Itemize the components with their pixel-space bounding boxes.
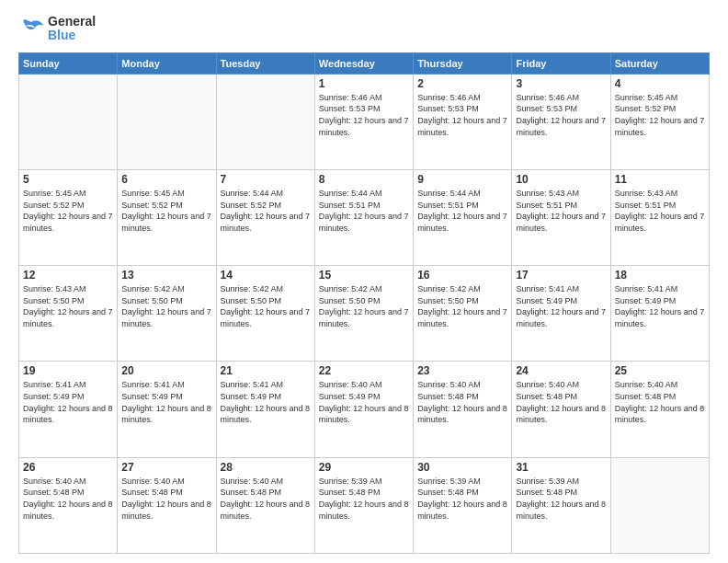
- calendar-cell: 24Sunrise: 5:40 AMSunset: 5:48 PMDayligh…: [512, 362, 610, 457]
- calendar-cell: 9Sunrise: 5:44 AMSunset: 5:51 PMDaylight…: [414, 170, 512, 266]
- cell-info: Sunrise: 5:40 AMSunset: 5:48 PMDaylight:…: [221, 476, 311, 522]
- calendar-cell: 20Sunrise: 5:41 AMSunset: 5:49 PMDayligh…: [118, 362, 216, 457]
- cell-info: Sunrise: 5:43 AMSunset: 5:51 PMDaylight:…: [615, 188, 705, 234]
- weekday-header-row: Sunday Monday Tuesday Wednesday Thursday…: [19, 52, 710, 74]
- cell-info: Sunrise: 5:40 AMSunset: 5:48 PMDaylight:…: [516, 379, 606, 425]
- cell-info: Sunrise: 5:45 AMSunset: 5:52 PMDaylight:…: [121, 188, 211, 234]
- calendar-cell: 25Sunrise: 5:40 AMSunset: 5:48 PMDayligh…: [610, 362, 709, 457]
- calendar-cell: 27Sunrise: 5:40 AMSunset: 5:48 PMDayligh…: [118, 457, 216, 553]
- calendar-week-3: 12Sunrise: 5:43 AMSunset: 5:50 PMDayligh…: [19, 266, 710, 362]
- calendar-cell: 19Sunrise: 5:41 AMSunset: 5:49 PMDayligh…: [19, 362, 118, 457]
- calendar-cell: 6Sunrise: 5:45 AMSunset: 5:52 PMDaylight…: [118, 170, 216, 266]
- day-number: 12: [23, 269, 113, 282]
- header-monday: Monday: [118, 52, 216, 74]
- calendar-cell: 14Sunrise: 5:42 AMSunset: 5:50 PMDayligh…: [216, 266, 314, 362]
- calendar-cell: 18Sunrise: 5:41 AMSunset: 5:49 PMDayligh…: [610, 266, 709, 362]
- day-number: 11: [615, 173, 705, 186]
- cell-info: Sunrise: 5:40 AMSunset: 5:48 PMDaylight:…: [121, 476, 211, 522]
- calendar-cell: 13Sunrise: 5:42 AMSunset: 5:50 PMDayligh…: [118, 266, 216, 362]
- page: General Blue Sunday Monday Tuesday Wedne…: [0, 0, 728, 563]
- day-number: 29: [319, 461, 409, 474]
- calendar-cell: [118, 74, 216, 169]
- calendar-cell: 15Sunrise: 5:42 AMSunset: 5:50 PMDayligh…: [314, 266, 413, 362]
- header-thursday: Thursday: [414, 52, 512, 74]
- cell-info: Sunrise: 5:45 AMSunset: 5:52 PMDaylight:…: [615, 92, 705, 138]
- calendar-week-1: 1Sunrise: 5:46 AMSunset: 5:53 PMDaylight…: [19, 74, 710, 169]
- calendar-cell: 30Sunrise: 5:39 AMSunset: 5:48 PMDayligh…: [414, 457, 512, 553]
- calendar-cell: 10Sunrise: 5:43 AMSunset: 5:51 PMDayligh…: [512, 170, 610, 266]
- cell-info: Sunrise: 5:46 AMSunset: 5:53 PMDaylight:…: [516, 92, 606, 138]
- day-number: 21: [221, 364, 311, 377]
- cell-info: Sunrise: 5:40 AMSunset: 5:49 PMDaylight:…: [319, 379, 409, 425]
- calendar-week-2: 5Sunrise: 5:45 AMSunset: 5:52 PMDaylight…: [19, 170, 710, 266]
- calendar-week-4: 19Sunrise: 5:41 AMSunset: 5:49 PMDayligh…: [19, 362, 710, 457]
- day-number: 8: [319, 173, 409, 186]
- day-number: 13: [121, 269, 211, 282]
- cell-info: Sunrise: 5:40 AMSunset: 5:48 PMDaylight:…: [417, 379, 507, 425]
- day-number: 3: [516, 77, 606, 90]
- cell-info: Sunrise: 5:44 AMSunset: 5:52 PMDaylight:…: [221, 188, 311, 234]
- day-number: 17: [516, 269, 606, 282]
- header-wednesday: Wednesday: [314, 52, 413, 74]
- day-number: 30: [417, 461, 507, 474]
- cell-info: Sunrise: 5:45 AMSunset: 5:52 PMDaylight:…: [23, 188, 113, 234]
- calendar-cell: 31Sunrise: 5:39 AMSunset: 5:48 PMDayligh…: [512, 457, 610, 553]
- header: General Blue: [18, 15, 710, 43]
- day-number: 6: [121, 173, 211, 186]
- header-tuesday: Tuesday: [216, 52, 314, 74]
- calendar-cell: 8Sunrise: 5:44 AMSunset: 5:51 PMDaylight…: [314, 170, 413, 266]
- day-number: 26: [23, 461, 113, 474]
- day-number: 22: [319, 364, 409, 377]
- calendar-cell: 26Sunrise: 5:40 AMSunset: 5:48 PMDayligh…: [19, 457, 118, 553]
- calendar-cell: 11Sunrise: 5:43 AMSunset: 5:51 PMDayligh…: [610, 170, 709, 266]
- cell-info: Sunrise: 5:41 AMSunset: 5:49 PMDaylight:…: [23, 379, 113, 425]
- cell-info: Sunrise: 5:40 AMSunset: 5:48 PMDaylight:…: [23, 476, 113, 522]
- day-number: 28: [221, 461, 311, 474]
- calendar-cell: 1Sunrise: 5:46 AMSunset: 5:53 PMDaylight…: [314, 74, 413, 169]
- cell-info: Sunrise: 5:43 AMSunset: 5:50 PMDaylight:…: [23, 283, 113, 329]
- calendar-cell: 2Sunrise: 5:46 AMSunset: 5:53 PMDaylight…: [414, 74, 512, 169]
- cell-info: Sunrise: 5:42 AMSunset: 5:50 PMDaylight:…: [121, 283, 211, 329]
- logo-icon: [18, 18, 44, 39]
- logo: General Blue: [18, 15, 96, 43]
- cell-info: Sunrise: 5:42 AMSunset: 5:50 PMDaylight:…: [417, 283, 507, 329]
- calendar-cell: 7Sunrise: 5:44 AMSunset: 5:52 PMDaylight…: [216, 170, 314, 266]
- day-number: 5: [23, 173, 113, 186]
- day-number: 1: [319, 77, 409, 90]
- day-number: 25: [615, 364, 705, 377]
- cell-info: Sunrise: 5:46 AMSunset: 5:53 PMDaylight:…: [319, 92, 409, 138]
- cell-info: Sunrise: 5:39 AMSunset: 5:48 PMDaylight:…: [516, 476, 606, 522]
- cell-info: Sunrise: 5:43 AMSunset: 5:51 PMDaylight:…: [516, 188, 606, 234]
- header-saturday: Saturday: [610, 52, 709, 74]
- header-sunday: Sunday: [19, 52, 118, 74]
- day-number: 27: [121, 461, 211, 474]
- logo-text: General Blue: [48, 15, 96, 43]
- calendar-cell: [610, 457, 709, 553]
- day-number: 18: [615, 269, 705, 282]
- calendar-cell: 3Sunrise: 5:46 AMSunset: 5:53 PMDaylight…: [512, 74, 610, 169]
- day-number: 10: [516, 173, 606, 186]
- calendar-cell: [19, 74, 118, 169]
- cell-info: Sunrise: 5:40 AMSunset: 5:48 PMDaylight:…: [615, 379, 705, 425]
- cell-info: Sunrise: 5:41 AMSunset: 5:49 PMDaylight:…: [615, 283, 705, 329]
- calendar-cell: 17Sunrise: 5:41 AMSunset: 5:49 PMDayligh…: [512, 266, 610, 362]
- day-number: 20: [121, 364, 211, 377]
- day-number: 4: [615, 77, 705, 90]
- calendar-table: Sunday Monday Tuesday Wednesday Thursday…: [18, 52, 710, 554]
- cell-info: Sunrise: 5:39 AMSunset: 5:48 PMDaylight:…: [417, 476, 507, 522]
- calendar-cell: 16Sunrise: 5:42 AMSunset: 5:50 PMDayligh…: [414, 266, 512, 362]
- day-number: 2: [417, 77, 507, 90]
- day-number: 15: [319, 269, 409, 282]
- cell-info: Sunrise: 5:44 AMSunset: 5:51 PMDaylight:…: [417, 188, 507, 234]
- calendar-cell: 21Sunrise: 5:41 AMSunset: 5:49 PMDayligh…: [216, 362, 314, 457]
- day-number: 31: [516, 461, 606, 474]
- calendar-cell: 28Sunrise: 5:40 AMSunset: 5:48 PMDayligh…: [216, 457, 314, 553]
- calendar-cell: 22Sunrise: 5:40 AMSunset: 5:49 PMDayligh…: [314, 362, 413, 457]
- day-number: 7: [221, 173, 311, 186]
- cell-info: Sunrise: 5:44 AMSunset: 5:51 PMDaylight:…: [319, 188, 409, 234]
- day-number: 9: [417, 173, 507, 186]
- calendar-cell: [216, 74, 314, 169]
- cell-info: Sunrise: 5:42 AMSunset: 5:50 PMDaylight:…: [319, 283, 409, 329]
- day-number: 19: [23, 364, 113, 377]
- header-friday: Friday: [512, 52, 610, 74]
